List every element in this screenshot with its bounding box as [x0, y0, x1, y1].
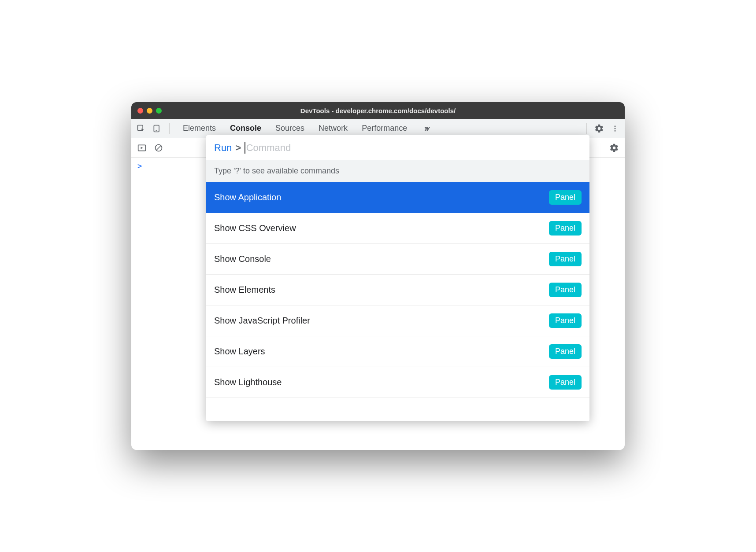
palette-item-label: Show CSS Overview: [214, 223, 296, 233]
palette-item[interactable]: Show LayersPanel: [206, 336, 589, 367]
window-title: DevTools - developer.chrome.com/docs/dev…: [131, 107, 625, 114]
clear-console-icon[interactable]: [152, 142, 165, 154]
inspect-element-icon[interactable]: [135, 122, 147, 135]
palette-item[interactable]: Show JavaScript ProfilerPanel: [206, 305, 589, 336]
palette-item-label: Show JavaScript Profiler: [214, 316, 310, 326]
divider: [586, 123, 587, 134]
command-palette-input-row[interactable]: Run > Command: [206, 135, 589, 160]
maximize-window-button[interactable]: [156, 108, 162, 114]
palette-run-label: Run: [214, 142, 232, 154]
console-prompt[interactable]: >: [137, 162, 142, 170]
command-palette: Run > Command Type '?' to see available …: [206, 135, 589, 421]
tab-network[interactable]: Network: [319, 119, 348, 137]
minimize-window-button[interactable]: [147, 108, 152, 114]
palette-gt: >: [235, 142, 241, 154]
palette-item[interactable]: Show LighthousePanel: [206, 367, 589, 398]
toggle-drawer-icon[interactable]: [136, 142, 148, 154]
palette-item-label: Show Elements: [214, 285, 275, 295]
palette-item[interactable]: Show ApplicationPanel: [206, 182, 589, 213]
svg-point-4: [615, 128, 616, 129]
kebab-menu-icon[interactable]: [609, 122, 621, 135]
palette-item-label: Show Layers: [214, 346, 265, 357]
device-toolbar-icon[interactable]: [151, 122, 163, 135]
palette-item-label: Show Console: [214, 254, 271, 264]
tab-sources[interactable]: Sources: [275, 119, 304, 137]
divider: [169, 123, 170, 134]
svg-point-3: [615, 125, 616, 127]
more-tabs-icon[interactable]: »: [425, 122, 437, 135]
close-window-button[interactable]: [137, 108, 143, 114]
palette-item-label: Show Lighthouse: [214, 377, 282, 387]
devtools-window: DevTools - developer.chrome.com/docs/dev…: [131, 102, 625, 450]
panel-badge: Panel: [549, 313, 582, 328]
tabs-container: Elements Console Sources Network Perform…: [176, 119, 437, 137]
svg-point-5: [615, 130, 616, 131]
panel-badge: Panel: [549, 344, 582, 359]
palette-placeholder: Command: [246, 142, 291, 154]
tab-elements[interactable]: Elements: [183, 119, 216, 137]
palette-item[interactable]: Show ConsolePanel: [206, 244, 589, 275]
palette-item[interactable]: Show ElementsPanel: [206, 275, 589, 305]
tab-performance[interactable]: Performance: [362, 119, 407, 137]
panel-badge: Panel: [549, 190, 582, 205]
panel-badge: Panel: [549, 375, 582, 390]
tab-console[interactable]: Console: [230, 119, 261, 137]
traffic-lights: [137, 108, 162, 114]
svg-line-8: [156, 146, 161, 150]
palette-item[interactable]: Show CSS OverviewPanel: [206, 213, 589, 244]
palette-list: Show ApplicationPanelShow CSS OverviewPa…: [206, 182, 589, 421]
palette-item-label: Show Application: [214, 192, 281, 202]
text-cursor: [245, 142, 245, 154]
settings-icon[interactable]: [593, 122, 605, 135]
panel-badge: Panel: [549, 252, 582, 266]
panel-badge: Panel: [549, 283, 582, 297]
palette-hint: Type '?' to see available commands: [206, 160, 589, 182]
console-settings-icon[interactable]: [608, 142, 620, 154]
window-titlebar: DevTools - developer.chrome.com/docs/dev…: [131, 102, 625, 119]
panel-badge: Panel: [549, 221, 582, 236]
